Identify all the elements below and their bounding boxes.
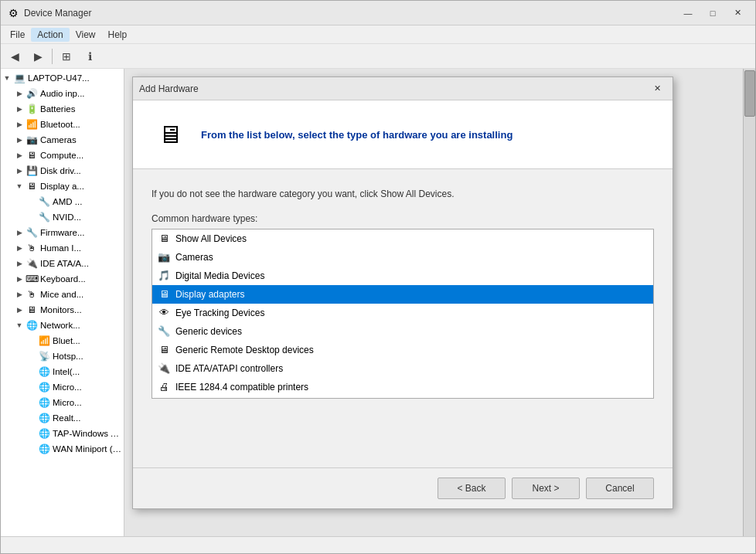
expand-icon: ▶ [13, 288, 26, 301]
expand-icon: ▼ [1, 72, 13, 84]
eye-tracking-icon: 👁 [157, 306, 171, 320]
list-item-generic-remote[interactable]: 🖥 Generic Remote Desktop devices [152, 341, 653, 359]
device-tree[interactable]: ▼ 💻 LAPTOP-U47... ▶ 🔊 Audio inp... ▶ 🔋 B… [1, 69, 124, 536]
list-item-ieee1284-devices[interactable]: 🔌 IEEE 1284.4 devices [152, 396, 653, 399]
tree-item-tap[interactable]: 🌐 TAP-Windows Adapter V9 [1, 426, 124, 441]
list-item-eye-tracking[interactable]: 👁 Eye Tracking Devices [152, 304, 653, 322]
firmware-icon: 🔧 [26, 226, 38, 239]
tree-item-micro1[interactable]: 🌐 Micro... [1, 379, 124, 395]
tree-item-wan[interactable]: 🌐 WAN Miniport (IKEv2) [1, 441, 124, 457]
expand-icon: ▼ [13, 319, 26, 331]
add-hardware-dialog: Add Hardware ✕ 🖥 From the list below, se… [132, 76, 673, 509]
close-button[interactable]: ✕ [726, 5, 749, 21]
expand-icon: ▶ [13, 273, 26, 285]
help-button[interactable]: ℹ [79, 47, 100, 66]
tree-item-batteries[interactable]: ▶ 🔋 Batteries [1, 101, 124, 117]
tree-item-label: LAPTOP-U47... [28, 73, 90, 83]
ide-list-icon: 🔌 [157, 362, 171, 376]
tree-item-micro2[interactable]: 🌐 Micro... [1, 395, 124, 410]
tree-item-label: Human I... [40, 243, 81, 253]
next-button[interactable]: Next > [512, 478, 580, 499]
expand-icon: ▼ [13, 180, 26, 192]
dialog-title: Add Hardware [139, 83, 648, 94]
tree-item-label: Bluet... [53, 336, 80, 345]
tree-item-label: Disk driv... [40, 166, 81, 175]
tree-item-mice[interactable]: ▶ 🖱 Mice and... [1, 287, 124, 302]
tree-item-ide[interactable]: ▶ 🔌 IDE ATA/A... [1, 256, 124, 271]
menu-view[interactable]: View [70, 28, 102, 42]
ide-icon: 🔌 [26, 257, 38, 270]
hid-icon: 🖱 [26, 242, 38, 254]
expand-icon: ▶ [13, 165, 26, 177]
amd-icon: 🔧 [38, 195, 50, 208]
expand-icon [26, 195, 38, 208]
hardware-wizard-icon: 🖥 [152, 116, 189, 153]
computer-icon: 🖥 [26, 149, 38, 161]
tree-item-disk[interactable]: ▶ 💾 Disk driv... [1, 163, 124, 178]
list-item-generic[interactable]: 🔧 Generic devices [152, 322, 653, 341]
tree-item-bluet[interactable]: 📶 Bluet... [1, 333, 124, 348]
hardware-type-listbox[interactable]: 🖥 Show All Devices 📷 Cameras 🎵 Digital [152, 229, 654, 399]
disk-icon: 💾 [26, 165, 38, 177]
tree-item-network[interactable]: ▼ 🌐 Network... [1, 318, 124, 333]
menu-action[interactable]: Action [31, 28, 69, 42]
menu-bar: File Action View Help [1, 25, 755, 44]
tree-item-label: Display a... [40, 182, 84, 191]
generic-icon: 🔧 [157, 325, 171, 338]
list-item-text: Cameras [175, 252, 213, 263]
tree-item-label: Micro... [53, 382, 82, 392]
list-item-digital-media[interactable]: 🎵 Digital Media Devices [152, 267, 653, 285]
tree-item-label: AMD ... [53, 197, 82, 206]
menu-help[interactable]: Help [102, 28, 134, 42]
tree-item-computer[interactable]: ▶ 🖥 Compute... [1, 148, 124, 163]
tree-item-audio[interactable]: ▶ 🔊 Audio inp... [1, 86, 124, 101]
maximize-button[interactable]: □ [701, 5, 724, 21]
tree-item-display[interactable]: ▼ 🖥 Display a... [1, 178, 124, 194]
back-button[interactable]: < Back [438, 478, 506, 499]
list-item-text: IEEE 1284.4 compatible printers [175, 382, 308, 393]
list-item-ide[interactable]: 🔌 IDE ATA/ATAPI controllers [152, 359, 653, 378]
list-item-ieee1284[interactable]: 🖨 IEEE 1284.4 compatible printers [152, 378, 653, 396]
keyboard-icon: ⌨ [26, 273, 38, 285]
cancel-button[interactable]: Cancel [586, 478, 654, 499]
expand-icon [26, 396, 38, 409]
back-button[interactable]: ◀ [4, 47, 26, 66]
list-item-show-all[interactable]: 🖥 Show All Devices [152, 229, 653, 248]
expand-icon [26, 381, 38, 393]
nvidia-icon: 🔧 [38, 211, 50, 223]
properties-button[interactable]: ⊞ [56, 47, 77, 66]
main-content: ▼ 💻 LAPTOP-U47... ▶ 🔊 Audio inp... ▶ 🔋 B… [1, 69, 755, 536]
tree-item-label: WAN Miniport (IKEv2) [53, 444, 124, 454]
tree-item-nvidia[interactable]: 🔧 NVID... [1, 209, 124, 225]
monitors-icon: 🖥 [26, 304, 38, 316]
expand-icon [26, 350, 38, 362]
right-area: Add Hardware ✕ 🖥 From the list below, se… [124, 69, 755, 536]
toolbar: ◀ ▶ ⊞ ℹ [1, 44, 755, 69]
tree-item-realtek[interactable]: 🌐 Realt... [1, 410, 124, 426]
minimize-button[interactable]: — [676, 5, 700, 21]
modal-overlay: Add Hardware ✕ 🖥 From the list below, se… [124, 69, 755, 536]
dialog-close-button[interactable]: ✕ [648, 81, 666, 97]
tree-item-monitors[interactable]: ▶ 🖥 Monitors... [1, 302, 124, 318]
tree-item-amd[interactable]: 🔧 AMD ... [1, 194, 124, 209]
list-item-display-adapters[interactable]: 🖥 Display adapters [152, 285, 653, 304]
tree-item-firmware[interactable]: ▶ 🔧 Firmware... [1, 225, 124, 240]
hotspot-icon: 📡 [38, 350, 50, 362]
tree-item-bluetooth[interactable]: ▶ 📶 Bluetoot... [1, 117, 124, 132]
battery-icon: 🔋 [26, 103, 38, 115]
tree-item-keyboard[interactable]: ▶ ⌨ Keyboard... [1, 271, 124, 287]
expand-icon [26, 211, 38, 223]
tree-item-label: Compute... [40, 151, 83, 160]
expand-icon: ▶ [13, 118, 26, 131]
tree-item-label: Batteries [40, 104, 75, 114]
device-manager-window: ⚙ Device Manager — □ ✕ File Action View … [0, 0, 756, 554]
tree-item-human-interface[interactable]: ▶ 🖱 Human I... [1, 240, 124, 256]
expand-icon [26, 412, 38, 424]
list-item-cameras[interactable]: 📷 Cameras [152, 248, 653, 267]
tree-item-hotspot[interactable]: 📡 Hotsp... [1, 348, 124, 364]
tree-item-intel[interactable]: 🌐 Intel(... [1, 364, 124, 379]
tree-item-laptop[interactable]: ▼ 💻 LAPTOP-U47... [1, 70, 124, 86]
forward-button[interactable]: ▶ [27, 47, 49, 66]
menu-file[interactable]: File [4, 28, 31, 42]
tree-item-cameras[interactable]: ▶ 📷 Cameras [1, 132, 124, 148]
